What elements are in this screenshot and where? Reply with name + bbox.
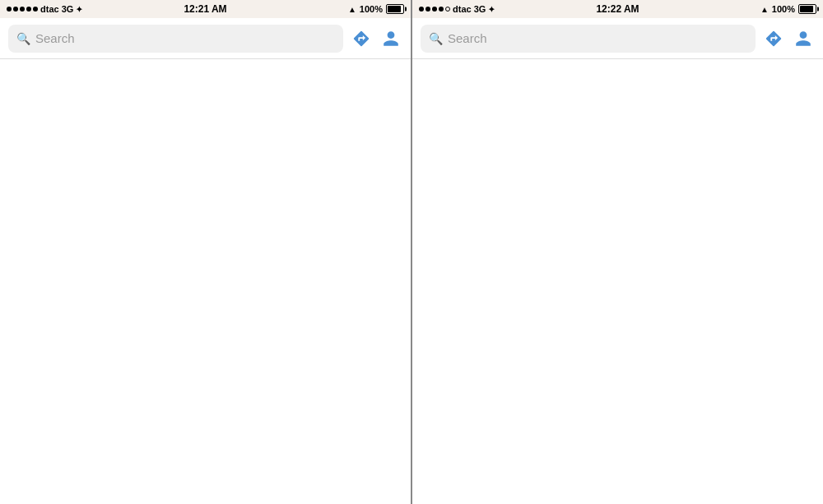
battery-icon-2 <box>798 4 816 14</box>
screen-2: dtac 3G ✦ 12:22 AM ▲ 100% 🔍 Search <box>412 0 823 504</box>
brightness-icon: ✦ <box>76 5 82 14</box>
search-placeholder-2: Search <box>448 31 487 45</box>
status-bar-1: dtac 3G ✦ 12:21 AM ▲ 100% <box>0 0 411 18</box>
account-button-1[interactable] <box>379 27 402 50</box>
directions-button-2[interactable] <box>762 27 785 50</box>
status-right-2: ▲ 100% <box>760 4 816 14</box>
search-placeholder-1: Search <box>35 31 75 45</box>
search-field-2[interactable]: 🔍 Search <box>421 25 756 53</box>
carrier-label-1: dtac <box>40 4 59 14</box>
signal-dot <box>13 7 18 12</box>
signal-dots-2 <box>419 7 450 12</box>
directions-button-1[interactable] <box>350 27 373 50</box>
brightness-icon-2: ✦ <box>488 5 495 14</box>
search-bar-2[interactable]: 🔍 Search <box>412 18 823 59</box>
status-left-1: dtac 3G ✦ <box>7 4 82 14</box>
search-icon-2: 🔍 <box>429 32 443 45</box>
network-label-2: 3G <box>474 4 486 14</box>
battery-percent-2: 100% <box>772 4 795 14</box>
signal-dot <box>26 7 31 12</box>
battery-icon-1 <box>386 4 404 14</box>
status-left-2: dtac 3G ✦ <box>419 4 495 14</box>
signal-dot <box>7 7 12 12</box>
signal-dots-1 <box>7 7 38 12</box>
signal-dot-empty <box>445 7 450 12</box>
search-bar-1[interactable]: 🔍 Search <box>0 18 411 59</box>
screen-1: dtac 3G ✦ 12:21 AM ▲ 100% 🔍 Search <box>0 0 411 504</box>
signal-dot <box>425 7 430 12</box>
signal-dot <box>20 7 25 12</box>
carrier-label-2: dtac <box>453 4 472 14</box>
search-field-1[interactable]: 🔍 Search <box>8 25 343 53</box>
status-right-1: ▲ 100% <box>348 4 404 14</box>
time-label-1: 12:21 AM <box>184 3 226 15</box>
status-bar-2: dtac 3G ✦ 12:22 AM ▲ 100% <box>412 0 823 18</box>
search-icon-1: 🔍 <box>16 32 30 45</box>
signal-dot <box>439 7 444 12</box>
location-arrow-icon-2: ▲ <box>760 5 769 14</box>
signal-dot <box>33 7 38 12</box>
battery-percent-1: 100% <box>360 4 383 14</box>
time-label-2: 12:22 AM <box>596 3 639 15</box>
network-label-1: 3G <box>62 4 74 14</box>
signal-dot <box>432 7 437 12</box>
signal-dot <box>419 7 424 12</box>
account-button-2[interactable] <box>792 27 815 50</box>
location-arrow-icon: ▲ <box>348 5 356 14</box>
